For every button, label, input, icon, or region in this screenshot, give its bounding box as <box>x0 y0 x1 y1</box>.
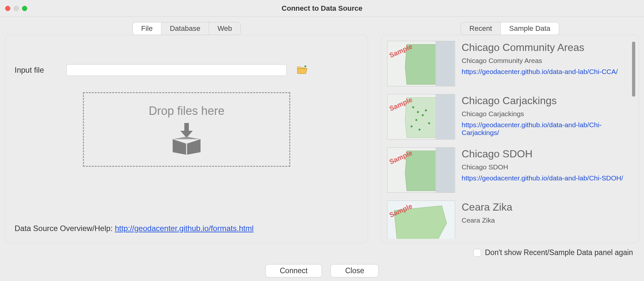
tab-sample-data[interactable]: Sample Data <box>501 22 559 35</box>
sample-link[interactable]: https://geodacenter.github.io/data-and-l… <box>462 174 623 182</box>
drop-files-zone[interactable]: Drop files here <box>83 92 290 167</box>
sample-title: Chicago Carjackings <box>462 95 627 107</box>
drop-zone-text: Drop files here <box>149 104 224 118</box>
sample-thumbnail: Sample <box>387 41 455 86</box>
svg-point-10 <box>419 128 420 130</box>
sample-subtitle: Chicago Community Areas <box>462 57 618 65</box>
sample-tabs: Recent Sample Data <box>461 22 559 35</box>
file-panel: Input file Drop files here <box>5 35 368 243</box>
titlebar: Connect to Data Source <box>0 0 644 17</box>
help-label: Data Source Overview/Help: <box>15 224 115 233</box>
sample-link[interactable]: https://geodacenter.github.io/data-and-l… <box>462 121 627 137</box>
svg-point-6 <box>415 119 417 121</box>
help-line: Data Source Overview/Help: http://geodac… <box>15 211 359 233</box>
traffic-lights <box>5 6 27 11</box>
svg-point-5 <box>422 114 424 116</box>
input-file-label: Input file <box>15 66 57 75</box>
hide-panel-checkbox[interactable] <box>473 249 481 257</box>
tab-sample-data-label: Sample Data <box>509 24 550 32</box>
sample-item[interactable]: Sample Chicago Community Areas Chicago C… <box>387 41 627 86</box>
sample-item[interactable]: Sample Chicago Carjackings Chicago Carja… <box>387 94 627 140</box>
sample-title: Chicago Community Areas <box>462 42 618 54</box>
sample-subtitle: Chicago Carjackings <box>462 110 627 118</box>
svg-point-7 <box>425 109 427 111</box>
sample-data-panel: Sample Chicago Community Areas Chicago C… <box>381 35 639 243</box>
maximize-window-button[interactable] <box>22 6 27 11</box>
sample-list[interactable]: Sample Chicago Community Areas Chicago C… <box>387 41 635 239</box>
open-folder-icon <box>297 66 308 75</box>
svg-point-3 <box>412 106 414 108</box>
svg-point-9 <box>428 122 430 124</box>
svg-point-8 <box>410 126 412 128</box>
tab-recent-label: Recent <box>469 24 492 32</box>
tab-file-label: File <box>141 24 153 32</box>
input-file-field[interactable] <box>66 64 287 76</box>
sample-subtitle: Chicago SDOH <box>462 163 623 171</box>
sample-thumbnail: Sample <box>387 201 455 239</box>
drop-box-icon <box>169 122 204 155</box>
sample-item[interactable]: Sample Ceara Zika Ceara Zika <box>387 201 627 239</box>
tab-web-label: Web <box>217 24 232 32</box>
svg-point-4 <box>417 111 419 113</box>
sample-thumbnail: Sample <box>387 94 455 140</box>
scrollbar-thumb[interactable] <box>632 42 635 97</box>
help-link[interactable]: http://geodacenter.github.io/formats.htm… <box>115 224 253 233</box>
sample-title: Chicago SDOH <box>462 148 623 160</box>
source-type-tabs: File Database Web <box>132 22 241 35</box>
svg-rect-13 <box>435 148 454 192</box>
minimize-window-button[interactable] <box>14 6 19 11</box>
sample-title: Ceara Zika <box>462 201 512 213</box>
close-button-label: Close <box>345 266 364 275</box>
tab-file[interactable]: File <box>133 22 161 35</box>
sample-link[interactable]: https://geodacenter.github.io/data-and-l… <box>462 68 618 76</box>
connect-button-label: Connect <box>280 266 308 275</box>
sample-item[interactable]: Sample Chicago SDOH Chicago SDOH https:/… <box>387 147 627 193</box>
window-title: Connect to Data Source <box>0 4 644 13</box>
connect-button[interactable]: Connect <box>265 264 322 277</box>
hide-panel-label: Don't show Recent/Sample Data panel agai… <box>485 248 633 257</box>
svg-rect-11 <box>435 94 454 139</box>
sample-thumbnail: Sample <box>387 147 455 193</box>
tab-recent[interactable]: Recent <box>461 22 501 35</box>
sample-subtitle: Ceara Zika <box>462 216 512 224</box>
browse-file-button[interactable] <box>296 65 308 75</box>
tab-database-label: Database <box>170 24 200 32</box>
close-window-button[interactable] <box>5 6 10 11</box>
tab-database[interactable]: Database <box>161 22 209 35</box>
svg-rect-1 <box>435 41 454 86</box>
close-button[interactable]: Close <box>330 264 379 277</box>
tab-web[interactable]: Web <box>209 22 240 35</box>
